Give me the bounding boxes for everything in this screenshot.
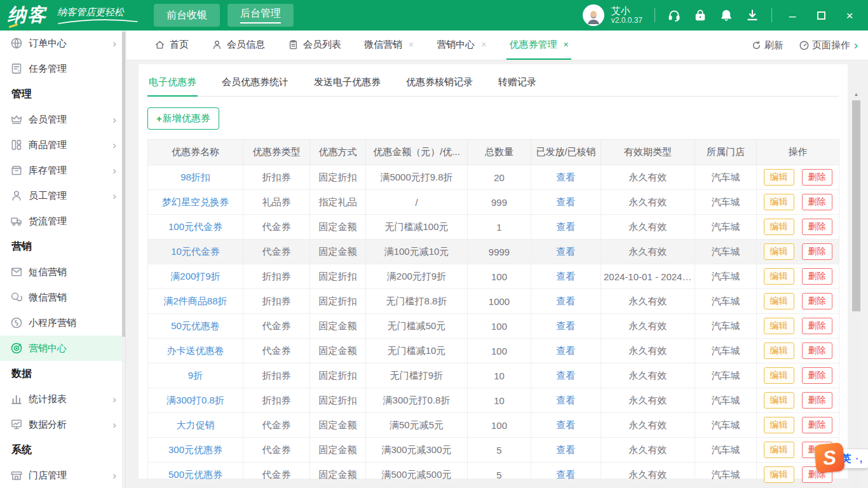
view-link[interactable]: 查看 [557,345,576,356]
coupon-name-link[interactable]: 98折扣 [180,172,210,182]
minimize-icon[interactable]: – [784,10,801,22]
delete-button[interactable]: 删除 [802,243,832,260]
coupon-subtab[interactable]: 发送电子优惠券 [313,70,382,97]
sidebar-item[interactable]: 货流管理 [0,208,125,234]
coupon-name-link[interactable]: 办卡送优惠卷 [167,345,224,356]
delete-button[interactable]: 删除 [802,219,832,235]
workspace-tab[interactable]: 首页 [152,30,191,60]
content-scrollbar[interactable]: ▲ [851,89,861,488]
close-icon[interactable]: × [841,10,858,22]
coupon-name-link[interactable]: 满200打9折 [170,271,220,281]
edit-button[interactable]: 编辑 [764,442,794,458]
sidebar-item[interactable]: 门店管理› [0,463,125,488]
edit-button[interactable]: 编辑 [764,293,794,309]
workspace-tab[interactable]: 会员信息 [209,30,268,60]
sidebar-item[interactable]: 会员管理› [0,107,125,132]
edit-button[interactable]: 编辑 [764,466,794,483]
coupon-subtab[interactable]: 会员优惠券统计 [220,70,290,97]
edit-button[interactable]: 编辑 [764,367,794,384]
sidebar-item[interactable]: 订单中心› [0,30,125,56]
view-link[interactable]: 查看 [557,295,576,306]
delete-button[interactable]: 删除 [802,342,832,359]
edit-button[interactable]: 编辑 [764,268,794,285]
workspace-tab[interactable]: 会员列表 [285,30,344,60]
coupon-name-link[interactable]: 100元代金券 [168,221,222,232]
coupon-name-link[interactable]: 9折 [188,370,203,381]
lock-icon[interactable] [693,8,707,22]
page-operations-button[interactable]: 页面操作 › [799,39,858,51]
ime-logo-icon[interactable]: S [814,442,845,473]
validity-cell: 永久有效 [601,314,695,339]
edit-button[interactable]: 编辑 [764,243,794,260]
view-link[interactable]: 查看 [557,172,576,182]
view-link[interactable]: 查看 [557,395,576,405]
edit-button[interactable]: 编辑 [764,417,794,433]
close-tab-icon[interactable]: × [409,39,414,50]
sidebar-item[interactable]: 营销中心 [0,336,125,361]
view-link[interactable]: 查看 [557,469,576,480]
view-link[interactable]: 查看 [557,246,576,257]
coupon-subtab[interactable]: 电子优惠券 [147,70,198,97]
delete-button[interactable]: 删除 [802,318,832,334]
avatar[interactable] [583,4,604,26]
refresh-button[interactable]: 刷新 [751,39,783,51]
edit-button[interactable]: 编辑 [764,392,794,409]
coupon-subtab[interactable]: 转赠记录 [497,70,538,97]
coupon-name-link[interactable]: 10元代金券 [171,246,220,257]
edit-button[interactable]: 编辑 [764,169,794,186]
sidebar-item[interactable]: 员工管理› [0,183,125,208]
download-icon[interactable] [745,8,759,22]
view-link[interactable]: 查看 [557,419,576,430]
sidebar-item[interactable]: 数据分析› [0,412,125,437]
delete-button[interactable]: 删除 [802,194,832,210]
workspace-tab[interactable]: 微信营销× [362,30,416,60]
view-link[interactable]: 查看 [557,271,576,281]
sidebar-item[interactable]: 统计报表› [0,386,125,412]
close-tab-icon[interactable]: × [563,39,568,50]
headset-icon[interactable] [667,8,681,22]
nav-backend-admin-button[interactable]: 后台管理 [227,4,294,27]
delete-button[interactable]: 删除 [802,268,832,285]
coupon-subtab[interactable]: 优惠券核销记录 [405,70,474,97]
scroll-up-icon[interactable]: ▲ [851,89,861,100]
sidebar-item[interactable]: 任务管理 [0,56,125,81]
sidebar-item[interactable]: 微信营销 [0,285,125,310]
delete-button[interactable]: 删除 [802,392,832,409]
coupon-name-cell: 10元代金券 [148,240,243,264]
coupon-name-link[interactable]: 满300打0.8折 [166,395,224,405]
coupon-name-link[interactable]: 300元优惠券 [168,444,222,455]
workspace-tab[interactable]: 营销中心× [434,30,489,60]
tab-label: 营销中心 [437,39,475,51]
sidebar-item[interactable]: 小程序营销 [0,310,125,336]
coupon-name-link[interactable]: 500元优惠券 [168,469,222,480]
sidebar-scrollbar[interactable] [122,30,125,488]
maximize-icon[interactable] [813,10,829,22]
coupon-name-link[interactable]: 梦幻星空兑换券 [162,196,229,207]
coupon-name-link[interactable]: 大力促销 [177,419,215,430]
edit-button[interactable]: 编辑 [764,194,794,210]
delete-button[interactable]: 删除 [802,417,832,433]
nav-front-cashier-button[interactable]: 前台收银 [154,4,220,27]
view-link[interactable]: 查看 [557,370,576,381]
delete-button[interactable]: 删除 [802,169,832,186]
view-link[interactable]: 查看 [557,221,576,232]
view-link[interactable]: 查看 [557,320,576,331]
workspace-tab[interactable]: 优惠券管理× [506,30,571,60]
delete-button[interactable]: 删除 [802,367,832,384]
bell-icon[interactable] [719,8,733,22]
coupon-name-link[interactable]: 满2件商品88折 [163,295,227,306]
view-link[interactable]: 查看 [557,444,576,455]
sidebar-item[interactable]: 库存管理› [0,158,125,183]
delete-button[interactable]: 删除 [802,293,832,309]
edit-button[interactable]: 编辑 [764,318,794,334]
coupon-name-link[interactable]: 50元优惠卷 [171,320,220,331]
edit-button[interactable]: 编辑 [764,342,794,359]
sidebar-item[interactable]: 商品管理› [0,132,125,158]
add-coupon-button[interactable]: + 新增优惠券 [147,107,219,130]
close-tab-icon[interactable]: × [481,39,486,50]
view-link[interactable]: 查看 [557,196,576,207]
edit-button[interactable]: 编辑 [764,219,794,235]
sidebar-scrollbar-thumb[interactable] [122,32,125,337]
content-scrollbar-thumb[interactable] [852,100,860,311]
sidebar-item[interactable]: 短信营销 [0,259,125,285]
